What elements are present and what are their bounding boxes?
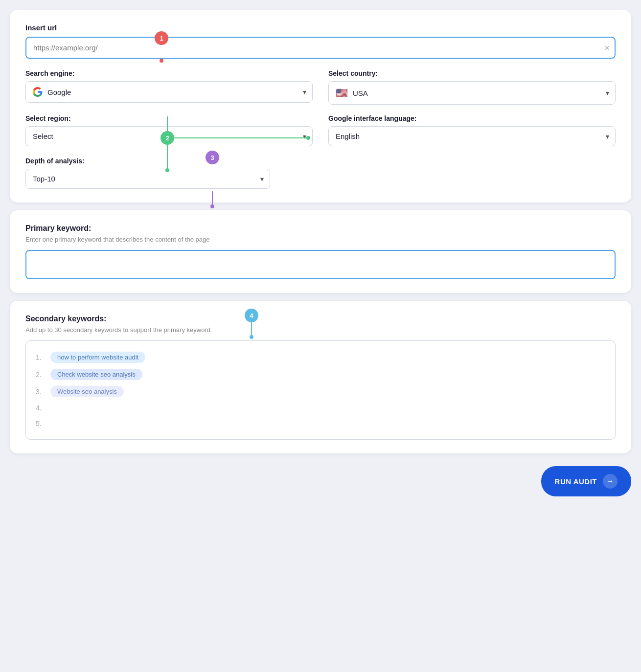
svg-point-8 bbox=[210, 204, 214, 208]
secondary-keywords-card: 4 Secondary keywords: Add up to 30 secon… bbox=[10, 301, 631, 453]
keyword-row-2: 2. Check website seo analysis bbox=[36, 366, 605, 383]
keyword-num-5: 5. bbox=[36, 420, 45, 427]
run-audit-arrow-icon: → bbox=[603, 474, 618, 489]
keyword-input-5[interactable] bbox=[50, 419, 605, 428]
depth-field: Depth of analysis: Top-10 ▾ bbox=[25, 157, 270, 189]
run-audit-button[interactable]: RUN AUDIT → bbox=[541, 466, 631, 496]
google-g-icon bbox=[33, 87, 43, 97]
language-label: Google interface language: bbox=[328, 114, 616, 122]
keyword-num-4: 4. bbox=[36, 404, 45, 412]
country-label: Select country: bbox=[328, 69, 616, 77]
secondary-keywords-hint: Add up to 30 secondary keywords to suppo… bbox=[25, 326, 616, 334]
primary-keyword-hint: Enter one primary keyword that describes… bbox=[25, 236, 616, 243]
svg-point-1 bbox=[160, 59, 163, 63]
annotation-4: 4 bbox=[245, 309, 258, 322]
annotation-1: 1 bbox=[155, 31, 168, 45]
region-chevron: ▾ bbox=[303, 133, 306, 140]
search-engine-select[interactable]: Google ▾ bbox=[25, 81, 313, 103]
country-chevron: ▾ bbox=[606, 89, 609, 97]
language-chevron: ▾ bbox=[606, 133, 609, 140]
keyword-row-1: 1. how to perform website audit bbox=[36, 349, 605, 366]
depth-label: Depth of analysis: bbox=[25, 157, 270, 165]
keyword-row-4: 4. bbox=[36, 400, 605, 416]
settings-grid: Search engine: Google ▾ Sele bbox=[25, 69, 616, 146]
keyword-tag-1[interactable]: how to perform website audit bbox=[50, 352, 145, 363]
keywords-list: 1. how to perform website audit 2. Check… bbox=[25, 340, 616, 440]
secondary-keywords-title: Secondary keywords: bbox=[25, 314, 616, 323]
url-clear-button[interactable]: × bbox=[604, 44, 610, 52]
language-select[interactable]: English ▾ bbox=[328, 126, 616, 146]
country-flag: 🇺🇸 bbox=[336, 87, 348, 99]
language-value: English bbox=[336, 132, 360, 140]
country-select-wrapper: 🇺🇸 USA ▾ bbox=[328, 81, 616, 105]
url-input-wrapper: × bbox=[25, 37, 616, 59]
depth-select[interactable]: Top-10 ▾ bbox=[25, 169, 270, 189]
keyword-input-4[interactable] bbox=[50, 403, 605, 413]
url-label: Insert url bbox=[25, 23, 616, 32]
url-input[interactable] bbox=[25, 37, 616, 59]
annotation-3: 3 bbox=[206, 151, 219, 164]
search-engine-chevron: ▾ bbox=[303, 88, 306, 96]
keyword-num-2: 2. bbox=[36, 371, 45, 379]
keyword-row-5: 5. bbox=[36, 416, 605, 431]
search-engine-label: Search engine: bbox=[25, 69, 313, 77]
search-engine-select-wrapper: Google ▾ bbox=[25, 81, 313, 103]
primary-keyword-title: Primary keyword: bbox=[25, 224, 616, 233]
annotation-2: 2 bbox=[160, 131, 174, 145]
keyword-row-3: 3. Website seo analysis bbox=[36, 383, 605, 400]
language-field: Google interface language: English ▾ bbox=[328, 114, 616, 146]
region-label: Select region: bbox=[25, 114, 313, 122]
primary-keyword-card: Primary keyword: Enter one primary keywo… bbox=[10, 210, 631, 293]
search-engine-field: Search engine: Google ▾ bbox=[25, 69, 313, 105]
svg-point-10 bbox=[250, 335, 253, 339]
country-select[interactable]: 🇺🇸 USA ▾ bbox=[328, 81, 616, 105]
primary-keyword-input[interactable] bbox=[25, 250, 616, 279]
run-audit-label: RUN AUDIT bbox=[555, 477, 597, 486]
country-field: Select country: 🇺🇸 USA ▾ bbox=[328, 69, 616, 105]
depth-value: Top-10 bbox=[33, 175, 55, 183]
depth-select-wrapper: Top-10 ▾ bbox=[25, 169, 270, 189]
footer-row: RUN AUDIT → bbox=[10, 461, 631, 498]
country-value: USA bbox=[353, 89, 368, 97]
keyword-tag-3[interactable]: Website seo analysis bbox=[50, 386, 124, 397]
keyword-tag-2[interactable]: Check website seo analysis bbox=[50, 369, 142, 380]
search-engine-value: Google bbox=[47, 88, 71, 96]
url-settings-card: 1 Insert url × Search engine: bbox=[10, 10, 631, 202]
language-select-wrapper: English ▾ bbox=[328, 126, 616, 146]
region-value: Select bbox=[33, 132, 53, 140]
keyword-num-3: 3. bbox=[36, 388, 45, 396]
depth-chevron: ▾ bbox=[260, 175, 264, 183]
keyword-num-1: 1. bbox=[36, 354, 45, 361]
